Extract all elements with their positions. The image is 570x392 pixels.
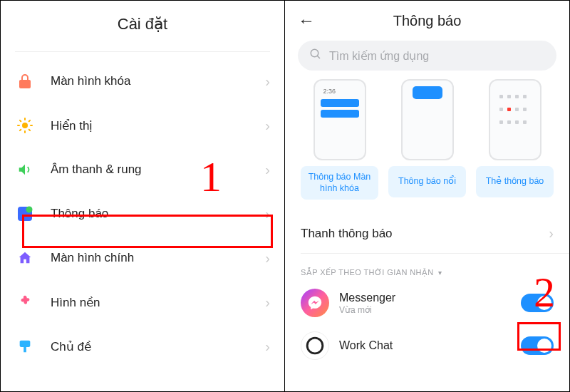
settings-item-notifications[interactable]: Thông báo › [15, 192, 270, 236]
svg-line-5 [20, 120, 21, 121]
triptych-label: Thông báo nổi [388, 166, 466, 197]
settings-item-label: Chủ đề [51, 339, 265, 354]
workchat-toggle[interactable] [521, 336, 554, 355]
messenger-toggle[interactable] [521, 294, 554, 312]
chevron-right-icon: › [265, 162, 270, 178]
mock-clock: 2:36 [323, 88, 336, 95]
settings-item-label: Hình nền [51, 295, 265, 310]
settings-item-lockscreen[interactable]: Màn hình khóa › [15, 59, 270, 103]
search-icon [309, 48, 322, 63]
flower-icon [15, 292, 35, 312]
svg-point-15 [307, 338, 323, 354]
settings-pane: Cài đặt Màn hình khóa › Hiển thị › Âm th… [1, 1, 285, 391]
settings-list: Màn hình khóa › Hiển thị › Âm thanh & ru… [1, 59, 284, 368]
svg-rect-11 [20, 341, 31, 347]
settings-item-label: Âm thanh & rung [51, 163, 265, 177]
sort-header[interactable]: SẮP XẾP THEO THỜI GIAN NHẬN ▾ [285, 254, 569, 283]
phone-mock-lockscreen: 2:36 [314, 79, 366, 160]
app-meta: Messenger Vừa mới [339, 292, 521, 315]
workchat-icon [301, 331, 329, 360]
speaker-icon [15, 160, 35, 180]
svg-point-0 [22, 123, 28, 128]
notifications-header: ← Thông báo [285, 1, 569, 35]
notification-style-triptych: 2:36 Thông báo Màn hình khóa Thông báo n… [285, 79, 569, 200]
sort-header-label: SẮP XẾP THEO THỜI GIAN NHẬN [301, 268, 434, 277]
svg-line-14 [317, 56, 320, 58]
home-icon [15, 248, 35, 268]
settings-title: Cài đặt [1, 1, 284, 41]
svg-point-13 [311, 49, 318, 57]
settings-item-label: Hiển thị [51, 118, 265, 133]
phone-mock-float [401, 79, 454, 160]
app-name-label: Messenger [339, 292, 521, 304]
notification-bar-row[interactable]: Thanh thông báo › [285, 214, 569, 253]
chevron-right-icon: › [549, 225, 554, 242]
settings-item-label: Màn hình chính [51, 251, 265, 265]
svg-rect-12 [24, 347, 26, 352]
app-name-label: Work Chat [339, 339, 521, 352]
settings-item-label: Thông báo [51, 207, 265, 221]
settings-item-label: Màn hình khóa [51, 74, 265, 88]
triptych-lockscreen[interactable]: 2:36 Thông báo Màn hình khóa [301, 79, 378, 200]
svg-line-8 [29, 120, 30, 121]
chevron-right-icon: › [265, 339, 270, 355]
triptych-label: Thẻ thông báo [476, 166, 554, 197]
messenger-icon [301, 289, 329, 317]
chevron-right-icon: › [265, 73, 270, 90]
settings-item-display[interactable]: Hiển thị › [15, 103, 270, 148]
search-placeholder: Tìm kiếm ứng dụng [329, 49, 429, 63]
settings-divider [15, 51, 270, 52]
app-sub-label: Vừa mới [339, 305, 521, 315]
triptych-label: Thông báo Màn hình khóa [301, 166, 378, 200]
chevron-down-icon: ▾ [438, 269, 442, 277]
triptych-float[interactable]: Thông báo nổi [388, 79, 466, 200]
chevron-right-icon: › [265, 294, 270, 311]
chevron-right-icon: › [265, 250, 270, 267]
notification-bar-label: Thanh thông báo [301, 227, 393, 241]
back-button[interactable]: ← [298, 11, 318, 31]
notifications-pane: ← Thông báo Tìm kiếm ứng dụng 2:36 Thông… [285, 1, 569, 391]
notification-icon [15, 204, 35, 224]
chevron-right-icon: › [265, 206, 270, 222]
lock-icon [15, 71, 35, 91]
settings-item-homescreen[interactable]: Màn hình chính › [15, 236, 270, 280]
svg-line-6 [29, 130, 30, 130]
svg-line-7 [20, 130, 21, 130]
brush-icon [15, 336, 35, 356]
search-input[interactable]: Tìm kiếm ứng dụng [298, 41, 556, 71]
notifications-title: Thông báo [318, 13, 537, 29]
chevron-right-icon: › [265, 118, 270, 134]
app-meta: Work Chat [339, 339, 521, 352]
sun-icon [15, 115, 35, 135]
phone-mock-badge [489, 79, 542, 160]
svg-point-10 [26, 207, 33, 213]
triptych-badge[interactable]: Thẻ thông báo [476, 79, 554, 200]
settings-item-theme[interactable]: Chủ đề › [15, 324, 270, 368]
app-row-messenger[interactable]: Messenger Vừa mới [285, 283, 569, 323]
app-row-workchat[interactable]: Work Chat [285, 326, 569, 366]
settings-item-wallpaper[interactable]: Hình nền › [15, 280, 270, 324]
settings-item-sound[interactable]: Âm thanh & rung › [15, 148, 270, 192]
